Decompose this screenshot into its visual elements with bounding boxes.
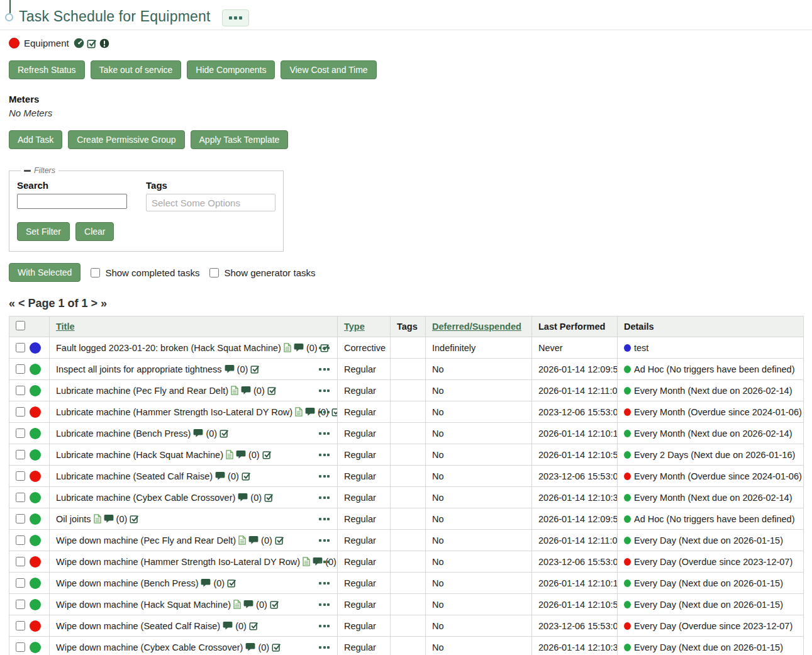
row-actions-ellipsis-button[interactable]: [318, 387, 331, 395]
row-select-checkbox[interactable]: [16, 600, 25, 609]
task-title[interactable]: Oil joints: [56, 514, 91, 524]
refresh-status-button[interactable]: Refresh Status: [9, 60, 85, 79]
tags-input[interactable]: [146, 194, 275, 211]
exclamation-circle-icon[interactable]: [99, 38, 109, 48]
row-actions-ellipsis-button[interactable]: [318, 622, 331, 630]
filters-legend[interactable]: Filters: [21, 166, 58, 175]
comment-icon[interactable]: [248, 535, 259, 545]
last-page-button[interactable]: »: [101, 297, 107, 310]
file-text-icon[interactable]: [231, 386, 238, 395]
take-out-of-service-button[interactable]: Take out of service: [91, 60, 182, 79]
complete-task-check-icon[interactable]: [242, 471, 251, 481]
comment-icon[interactable]: [305, 407, 315, 417]
complete-task-check-icon[interactable]: [220, 428, 229, 438]
row-actions-ellipsis-button[interactable]: [318, 579, 331, 587]
file-text-icon[interactable]: [284, 343, 291, 352]
set-filter-button[interactable]: Set Filter: [17, 222, 70, 241]
row-select-checkbox[interactable]: [16, 642, 25, 652]
task-title[interactable]: Wipe down machine (Pec Fly and Rear Delt…: [56, 535, 236, 546]
create-permissive-group-button[interactable]: Create Permissive Group: [68, 130, 184, 149]
row-select-checkbox[interactable]: [16, 535, 25, 545]
task-title[interactable]: Lubricate machine (Seated Calf Raise): [56, 471, 213, 481]
task-title[interactable]: Wipe down machine (Hack Squat Machine): [56, 600, 231, 610]
show-generator-checkbox[interactable]: [209, 268, 219, 277]
collapse-minus-icon[interactable]: [24, 170, 31, 172]
complete-task-check-icon[interactable]: [250, 364, 260, 374]
complete-task-check-icon[interactable]: [130, 514, 139, 523]
row-select-checkbox[interactable]: [16, 493, 25, 502]
comment-icon[interactable]: [215, 471, 225, 481]
header-title[interactable]: Title: [50, 316, 338, 337]
row-select-checkbox[interactable]: [16, 514, 25, 523]
row-actions-ellipsis-button[interactable]: [318, 408, 331, 416]
comment-icon[interactable]: [104, 514, 114, 523]
row-select-checkbox[interactable]: [16, 450, 25, 459]
select-all-checkbox[interactable]: [16, 321, 25, 330]
row-actions-ellipsis-button[interactable]: [318, 366, 331, 373]
with-selected-button[interactable]: With Selected: [9, 263, 81, 282]
comment-icon[interactable]: [245, 642, 255, 652]
row-actions-ellipsis-button[interactable]: [318, 344, 331, 352]
comment-icon[interactable]: [238, 493, 248, 502]
comment-icon[interactable]: [236, 450, 246, 459]
complete-task-check-icon[interactable]: [272, 642, 281, 652]
prev-page-button[interactable]: <: [18, 297, 25, 310]
row-actions-ellipsis-button[interactable]: [318, 515, 331, 523]
task-title[interactable]: Lubricate machine (Pec Fly and Rear Delt…: [56, 386, 228, 396]
file-text-icon[interactable]: [233, 600, 241, 609]
file-text-icon[interactable]: [94, 514, 101, 523]
comment-icon[interactable]: [225, 364, 235, 374]
task-title[interactable]: Wipe down machine (Seated Calf Raise): [56, 621, 220, 631]
task-title[interactable]: Fault logged 2023-01-20: broken (Hack Sq…: [56, 343, 281, 353]
comment-icon[interactable]: [294, 343, 304, 352]
check-square-icon[interactable]: [87, 38, 97, 48]
comment-icon[interactable]: [223, 621, 233, 630]
task-title[interactable]: Wipe down machine (Cybex Cable Crossover…: [56, 642, 243, 652]
row-actions-ellipsis-button[interactable]: [318, 644, 331, 651]
row-select-checkbox[interactable]: [16, 578, 25, 588]
task-title[interactable]: Wipe down machine (Bench Press): [56, 578, 198, 588]
complete-task-check-icon[interactable]: [275, 535, 284, 545]
task-title[interactable]: Lubricate machine (Hack Squat Machine): [56, 450, 223, 460]
complete-task-check-icon[interactable]: [267, 386, 277, 395]
comment-icon[interactable]: [201, 578, 211, 588]
row-actions-ellipsis-button[interactable]: [318, 451, 331, 459]
view-cost-and-time-button[interactable]: View Cost and Time: [281, 60, 376, 79]
complete-task-check-icon[interactable]: [249, 621, 259, 630]
search-input[interactable]: [17, 194, 127, 209]
file-text-icon[interactable]: [238, 535, 246, 545]
row-actions-ellipsis-button[interactable]: [318, 494, 331, 501]
header-type[interactable]: Type: [338, 316, 391, 337]
show-completed-checkbox[interactable]: [91, 268, 100, 277]
complete-task-check-icon[interactable]: [264, 493, 274, 502]
gauge-icon[interactable]: [74, 38, 84, 48]
task-title[interactable]: Lubricate machine (Hammer Strength Iso-L…: [56, 407, 292, 417]
comment-icon[interactable]: [241, 386, 251, 395]
row-select-checkbox[interactable]: [16, 386, 25, 395]
task-title[interactable]: Wipe down machine (Hammer Strength Iso-L…: [56, 557, 300, 567]
row-select-checkbox[interactable]: [16, 364, 25, 374]
row-select-checkbox[interactable]: [16, 407, 25, 417]
complete-task-check-icon[interactable]: [227, 578, 236, 588]
next-page-button[interactable]: >: [91, 297, 98, 310]
row-select-checkbox[interactable]: [16, 428, 25, 438]
row-actions-ellipsis-button[interactable]: [318, 537, 331, 544]
complete-task-check-icon[interactable]: [331, 407, 338, 417]
task-title[interactable]: Inspect all joints for appropriate tight…: [56, 364, 222, 374]
row-select-checkbox[interactable]: [16, 471, 25, 481]
add-task-button[interactable]: Add Task: [9, 130, 62, 149]
file-text-icon[interactable]: [295, 407, 303, 417]
comment-icon[interactable]: [243, 600, 253, 609]
hide-components-button[interactable]: Hide Components: [187, 60, 275, 79]
row-actions-ellipsis-button[interactable]: [318, 473, 331, 480]
complete-task-check-icon[interactable]: [262, 450, 272, 459]
row-actions-ellipsis-button[interactable]: [318, 430, 331, 437]
first-page-button[interactable]: «: [9, 297, 15, 310]
clear-filter-button[interactable]: Clear: [75, 222, 114, 241]
apply-task-template-button[interactable]: Apply Task Template: [191, 130, 289, 149]
page-actions-ellipsis-button[interactable]: [222, 9, 249, 26]
row-select-checkbox[interactable]: [16, 343, 25, 352]
header-deferred[interactable]: Deferred/Suspended: [426, 316, 532, 337]
comment-icon[interactable]: [193, 428, 203, 438]
row-select-checkbox[interactable]: [16, 557, 25, 566]
